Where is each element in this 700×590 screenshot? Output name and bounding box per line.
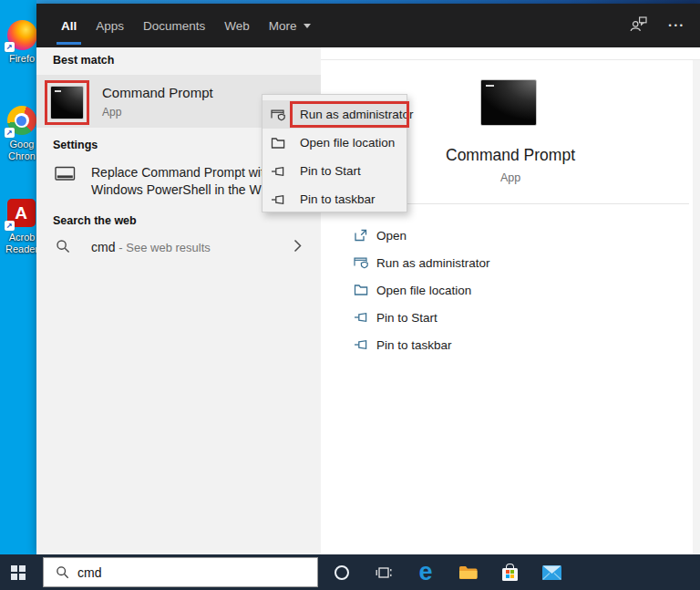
cortana-icon — [335, 565, 349, 580]
console-window-icon — [55, 166, 76, 185]
action-pin-to-taskbar[interactable]: Pin to taskbar — [321, 331, 700, 358]
windows-logo-icon — [11, 565, 26, 580]
preview-actions-list: Open Run as administrator — [321, 222, 700, 358]
run-as-admin-icon — [271, 108, 286, 122]
pin-icon — [271, 192, 286, 207]
file-explorer-button[interactable] — [447, 554, 489, 590]
feedback-person-icon[interactable] — [630, 16, 647, 36]
tab-more[interactable]: More — [269, 4, 311, 47]
folder-icon — [354, 283, 369, 297]
tab-all[interactable]: All — [61, 4, 77, 47]
tab-documents[interactable]: Documents — [143, 4, 205, 47]
pin-icon — [354, 310, 369, 325]
tab-apps[interactable]: Apps — [96, 4, 124, 47]
best-match-header: Best match — [53, 54, 114, 67]
pin-icon — [354, 337, 369, 352]
run-as-admin-icon — [354, 255, 369, 270]
cortana-button[interactable] — [321, 554, 363, 590]
action-open-file-location[interactable]: Open file location — [321, 276, 700, 304]
result-subtitle: App — [102, 106, 121, 119]
pin-icon — [271, 164, 286, 179]
command-prompt-icon — [50, 86, 84, 119]
search-the-web-header: Search the web — [53, 214, 137, 227]
taskbar: e — [0, 554, 700, 590]
chevron-right-icon[interactable] — [293, 239, 302, 256]
context-menu: Run as administrator Open file location … — [262, 94, 407, 212]
command-prompt-icon-large — [480, 79, 537, 126]
web-query-text: cmd — [91, 240, 115, 254]
panel-separator — [321, 59, 700, 60]
action-pin-to-start[interactable]: Pin to Start — [321, 304, 700, 331]
chevron-down-icon — [304, 24, 311, 28]
menu-item-open-file-location[interactable]: Open file location — [262, 129, 407, 157]
menu-item-run-as-administrator[interactable]: Run as administrator — [262, 100, 407, 129]
open-window-icon — [354, 228, 369, 243]
start-button[interactable] — [0, 554, 36, 590]
search-icon — [56, 565, 69, 579]
task-view-button[interactable] — [363, 554, 405, 590]
folder-icon — [271, 136, 286, 150]
shortcut-arrow-icon: ↗ — [5, 42, 15, 52]
file-explorer-icon — [458, 564, 478, 580]
store-button[interactable] — [489, 554, 530, 590]
more-options-icon[interactable]: ••• — [669, 21, 685, 30]
action-run-as-administrator[interactable]: Run as administrator — [321, 249, 700, 276]
shortcut-arrow-icon: ↗ — [5, 128, 15, 138]
menu-item-pin-to-start[interactable]: Pin to Start — [262, 157, 407, 185]
menu-item-pin-to-taskbar[interactable]: Pin to taskbar — [262, 185, 407, 213]
tab-web[interactable]: Web — [224, 4, 250, 47]
mail-button[interactable] — [530, 554, 572, 590]
edge-button[interactable]: e — [405, 554, 447, 590]
edge-icon: e — [418, 560, 432, 585]
mail-icon — [542, 565, 561, 580]
taskbar-search-input[interactable] — [77, 565, 287, 580]
settings-result-item[interactable]: Replace Command Prompt with Windows Powe… — [91, 164, 272, 199]
taskbar-search-box[interactable] — [43, 557, 318, 587]
search-icon — [56, 239, 70, 257]
task-view-icon — [376, 564, 392, 581]
search-flyout-window: All Apps Documents Web More ••• Best mat… — [36, 4, 700, 554]
web-suffix-text: - See web results — [118, 241, 210, 254]
settings-header: Settings — [53, 139, 98, 151]
action-open[interactable]: Open — [321, 222, 700, 249]
result-title: Command Prompt — [102, 85, 213, 100]
shortcut-arrow-icon: ↗ — [5, 221, 15, 231]
store-icon — [502, 568, 518, 581]
web-search-result[interactable]: cmd - See web results — [36, 233, 321, 263]
search-tab-bar: All Apps Documents Web More ••• — [36, 4, 700, 47]
